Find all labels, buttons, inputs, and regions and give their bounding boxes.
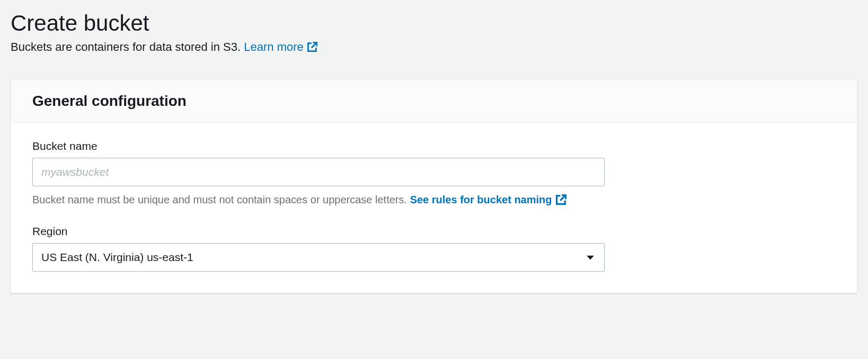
region-select[interactable]: US East (N. Virginia) us-east-1 (32, 243, 605, 272)
bucket-name-help-text: Bucket name must be unique and must not … (32, 194, 410, 205)
region-label: Region (32, 225, 836, 238)
page-title: Create bucket (11, 11, 857, 36)
panel-body: Bucket name Bucket name must be unique a… (11, 123, 857, 293)
panel-header: General configuration (11, 80, 857, 123)
bucket-naming-rules-link[interactable]: See rules for bucket naming (410, 194, 566, 206)
region-select-wrapper[interactable]: US East (N. Virginia) us-east-1 (32, 243, 605, 272)
region-selected-value: US East (N. Virginia) us-east-1 (41, 251, 193, 264)
page-subtitle: Buckets are containers for data stored i… (11, 40, 857, 54)
region-group: Region US East (N. Virginia) us-east-1 (32, 225, 836, 272)
bucket-name-input[interactable] (32, 158, 605, 186)
bucket-name-label: Bucket name (32, 140, 836, 152)
learn-more-label: Learn more (244, 40, 304, 54)
subtitle-text: Buckets are containers for data stored i… (11, 40, 244, 53)
bucket-name-help: Bucket name must be unique and must not … (32, 194, 836, 206)
learn-more-link[interactable]: Learn more (244, 40, 317, 54)
bucket-name-group: Bucket name Bucket name must be unique a… (32, 140, 836, 206)
external-link-icon (307, 42, 317, 52)
general-configuration-panel: General configuration Bucket name Bucket… (11, 79, 857, 293)
external-link-icon (555, 194, 566, 205)
bucket-naming-rules-label: See rules for bucket naming (410, 194, 552, 206)
panel-title: General configuration (32, 93, 836, 110)
